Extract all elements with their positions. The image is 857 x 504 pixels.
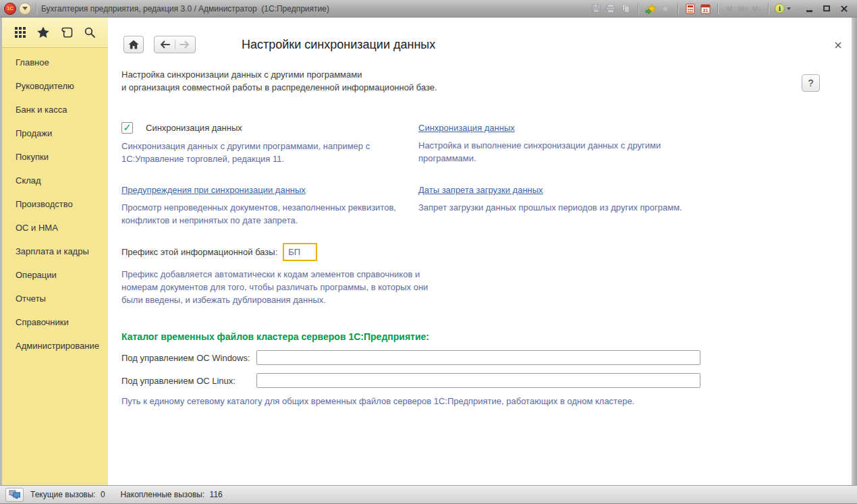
page-description: Настройка синхронизации данных с другими… [121, 68, 437, 94]
sidebar-item-bank-i-kassa[interactable]: Банк и касса [2, 98, 108, 121]
windows-path-input[interactable] [256, 350, 700, 365]
memory-m-minus-button[interactable]: M- [750, 2, 763, 16]
check-icon: ✓ [123, 123, 132, 133]
sidebar-item-prodazhi[interactable]: Продажи [2, 121, 108, 145]
grid-icon [13, 25, 28, 40]
sidebar-item-spravochniki[interactable]: Справочники [2, 310, 108, 334]
forward-button[interactable] [175, 40, 196, 49]
sidebar-toolbar [2, 18, 108, 48]
sidebar-item-administrirovanie[interactable]: Администрирование [2, 334, 108, 358]
sync-checkbox-block: ✓ Синхронизация данных Синхронизация дан… [121, 122, 422, 165]
minimize-icon [806, 10, 812, 12]
sidebar-item-operacii[interactable]: Операции [2, 263, 108, 287]
home-button[interactable] [123, 36, 144, 53]
sidebar-item-os-i-nma[interactable]: ОС и НМА [2, 216, 108, 240]
info-icon: i [775, 3, 785, 13]
memory-m-plus-button[interactable]: M+ [736, 2, 750, 16]
divider [638, 3, 638, 14]
page-description-line2: и организация совместной работы в распре… [121, 81, 437, 94]
close-icon: × [839, 3, 848, 14]
history-scroll-icon [59, 25, 74, 40]
sidebar-item-zarplata-i-kadry[interactable]: Зарплата и кадры [2, 240, 108, 263]
preview-icon [621, 3, 631, 13]
divider [678, 3, 678, 14]
print-button[interactable] [603, 2, 618, 16]
home-icon [128, 39, 140, 50]
windows-path-row: Под управлением ОС Windows: [121, 349, 700, 366]
sidebar-item-glavnoe[interactable]: Главное [2, 51, 108, 74]
close-window-button[interactable]: × [835, 2, 853, 16]
chevron-down-icon [787, 7, 791, 10]
linux-path-row: Под управлением ОС Linux: [121, 372, 700, 389]
calculator-icon [686, 3, 695, 14]
page-description-line1: Настройка синхронизации данных с другими… [121, 68, 437, 81]
close-form-button[interactable]: × [831, 38, 845, 51]
minimize-button[interactable] [800, 2, 818, 16]
help-button[interactable]: ? [802, 74, 820, 92]
sync-settings-link[interactable]: Синхронизация данных [418, 123, 515, 133]
save-button[interactable] [588, 2, 603, 16]
favorites-panel-button[interactable] [34, 24, 52, 41]
sync-link-description: Настройка и выполнение синхронизации дан… [418, 139, 702, 165]
load-ban-dates-link[interactable]: Даты запрета загрузки данных [418, 185, 543, 195]
load-dates-link-block: Даты запрета загрузки данных Запрет загр… [418, 185, 702, 214]
prefix-input[interactable] [283, 243, 317, 261]
sidebar-item-pokupki[interactable]: Покупки [2, 145, 108, 169]
window-controls: × [800, 2, 853, 16]
chevron-down-icon [22, 7, 28, 10]
favorites-button[interactable] [658, 2, 673, 16]
performance-indicator-button[interactable] [5, 488, 24, 502]
sync-checkbox[interactable]: ✓ [121, 122, 133, 134]
linux-path-input[interactable] [256, 373, 700, 388]
divider [717, 3, 718, 14]
1c-logo-icon[interactable]: 1С [4, 3, 16, 15]
system-menu-button[interactable] [19, 3, 31, 15]
history-panel-button[interactable] [58, 24, 76, 41]
info-letter: i [779, 5, 781, 12]
all-functions-button[interactable] [11, 24, 29, 41]
warnings-link-description: Просмотр непроведенных документов, незап… [121, 201, 422, 227]
accumulated-calls-label: Накопленные вызовы: [120, 490, 204, 499]
calendar-button[interactable]: 31 [698, 2, 713, 16]
sync-checkbox-label: Синхронизация данных [146, 123, 242, 133]
cluster-section-header: Каталог временных файлов кластера сервер… [121, 331, 429, 342]
client-server-icon [9, 490, 21, 499]
prefix-row: Префикс этой информационной базы: [121, 243, 317, 261]
search-icon [82, 25, 97, 40]
divider [36, 3, 36, 14]
back-button[interactable] [155, 40, 175, 49]
star-icon [660, 3, 671, 13]
load-dates-link-description: Запрет загрузки данных прошлых периодов … [418, 201, 702, 214]
star-icon [36, 25, 51, 40]
sync-warnings-link[interactable]: Предупреждения при синхронизации данных [121, 185, 306, 195]
app-window: 1С Бухгалтерия предприятия, редакция 3.0… [0, 0, 857, 504]
arrow-right-icon [179, 40, 190, 49]
add-favorite-button[interactable] [643, 2, 658, 16]
sidebar-item-otchety[interactable]: Отчеты [2, 287, 108, 310]
about-button[interactable]: i [773, 2, 792, 16]
logo-text: 1С [7, 5, 13, 11]
history-nav-group [154, 36, 196, 53]
statusbar: Текущие вызовы: 0 Накопленные вызовы: 11… [0, 485, 857, 504]
memory-m-button[interactable]: M [723, 2, 736, 16]
accumulated-calls-value: 116 [210, 490, 223, 499]
maximize-button[interactable] [818, 2, 835, 16]
floppy-icon [591, 3, 601, 13]
window-title: Бухгалтерия предприятия, редакция 3.0 / … [41, 4, 329, 13]
titlebar-toolbar: 31 M M+ M- i × [588, 2, 853, 16]
main-content: Настройки синхронизации данных × Настрой… [108, 18, 852, 485]
sidebar-item-rukovoditelyu[interactable]: Руководителю [2, 74, 108, 98]
sidebar-item-proizvodstvo[interactable]: Производство [2, 192, 108, 216]
search-button[interactable] [81, 24, 99, 41]
page-title: Настройки синхронизации данных [242, 38, 435, 52]
window-frame-right [852, 18, 857, 485]
calculator-button[interactable] [683, 2, 698, 16]
maximize-icon [823, 5, 830, 11]
titlebar: 1С Бухгалтерия предприятия, редакция 3.0… [0, 0, 857, 18]
prefix-description: Префикс добавляется автоматически к кода… [121, 268, 433, 306]
warnings-link-block: Предупреждения при синхронизации данных … [121, 185, 422, 227]
linux-path-label: Под управлением ОС Linux: [121, 376, 256, 386]
sidebar-item-sklad[interactable]: Склад [2, 169, 108, 192]
printer-icon [605, 3, 616, 13]
print-preview-button[interactable] [618, 2, 633, 16]
